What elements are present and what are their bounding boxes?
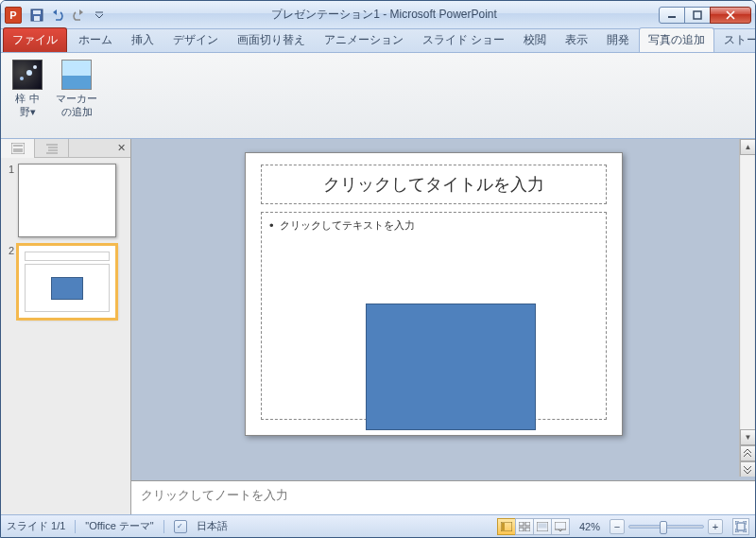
tab-design[interactable]: デザイン xyxy=(163,27,228,52)
close-button[interactable] xyxy=(710,7,751,24)
tab-view[interactable]: 表示 xyxy=(556,27,597,52)
normal-view-button[interactable] xyxy=(497,518,516,535)
gallery-button[interactable]: 梓 中野▾ xyxy=(5,56,50,135)
window-controls xyxy=(660,7,751,24)
gallery-label-1: 梓 中 xyxy=(15,93,39,104)
svg-rect-6 xyxy=(13,145,23,147)
svg-rect-14 xyxy=(519,522,524,526)
prev-slide-button[interactable] xyxy=(740,445,755,461)
marker-label-1: マーカー xyxy=(56,93,97,104)
svg-rect-4 xyxy=(694,11,701,19)
content-placeholder[interactable]: クリックしてテキストを入力 xyxy=(261,212,607,420)
slide-panel: ✕ 1 2 xyxy=(1,139,131,514)
add-marker-button[interactable]: マーカーの追加 xyxy=(54,56,99,135)
next-slide-button[interactable] xyxy=(740,461,755,477)
ribbon-tabs: ファイル ホーム 挿入 デザイン 画面切り替え アニメーション スライド ショー… xyxy=(1,29,755,52)
slide-panel-tabs: ✕ xyxy=(1,139,130,158)
rectangle-shape[interactable] xyxy=(366,304,536,430)
tab-animations[interactable]: アニメーション xyxy=(315,27,413,52)
outline-tab-icon xyxy=(45,143,59,154)
app-icon: P xyxy=(5,7,22,24)
zoom-value[interactable]: 42% xyxy=(579,521,600,532)
view-buttons xyxy=(498,518,570,535)
slide-thumbnail-2[interactable] xyxy=(18,245,116,319)
close-panel-button[interactable]: ✕ xyxy=(112,142,130,154)
tab-add-photo[interactable]: 写真の追加 xyxy=(639,27,714,53)
svg-rect-16 xyxy=(519,528,524,531)
app-window: P プレゼンテーション1 - Microsoft PowerPoint ファイル… xyxy=(0,0,756,538)
slide-canvas[interactable]: クリックしてタイトルを入力 クリックしてテキストを入力 xyxy=(245,152,623,436)
thumb-number: 1 xyxy=(5,164,14,175)
redo-button[interactable] xyxy=(69,6,88,25)
mini-body xyxy=(25,264,110,312)
slide-thumbnails: 1 2 xyxy=(1,158,130,514)
tab-review[interactable]: 校閲 xyxy=(514,27,556,52)
gallery-label-2: 野▾ xyxy=(20,106,36,117)
slides-tab-icon xyxy=(11,143,25,154)
ribbon: 梓 中野▾ マーカーの追加 xyxy=(1,52,755,139)
slides-tab[interactable] xyxy=(1,139,35,158)
language-label[interactable]: 日本語 xyxy=(197,519,228,533)
tab-slideshow[interactable]: スライド ショー xyxy=(413,27,514,52)
svg-rect-3 xyxy=(668,16,676,18)
slide-thumbnail-1[interactable] xyxy=(18,164,116,237)
ribbon-group: 梓 中野▾ マーカーの追加 xyxy=(5,56,99,135)
slideshow-view-button[interactable] xyxy=(551,518,570,535)
maximize-button[interactable] xyxy=(684,7,711,24)
placeholder-bullet: クリックしてテキストを入力 xyxy=(269,218,598,233)
tab-home[interactable]: ホーム xyxy=(69,27,122,52)
theme-name: "Office テーマ" xyxy=(85,519,153,533)
mini-shape xyxy=(51,277,83,300)
minimize-button[interactable] xyxy=(659,7,685,24)
fit-to-window-button[interactable] xyxy=(732,518,749,535)
thumb-number: 2 xyxy=(5,245,14,256)
tab-transitions[interactable]: 画面切り替え xyxy=(228,27,315,52)
reading-view-button[interactable] xyxy=(533,518,552,535)
svg-rect-15 xyxy=(525,522,530,526)
svg-rect-1 xyxy=(33,10,41,14)
outline-tab[interactable] xyxy=(35,139,69,158)
scroll-up-button[interactable]: ▲ xyxy=(740,139,755,155)
svg-rect-17 xyxy=(525,528,530,531)
sorter-view-button[interactable] xyxy=(515,518,534,535)
svg-rect-2 xyxy=(34,16,40,21)
titlebar: P プレゼンテーション1 - Microsoft PowerPoint xyxy=(1,1,755,29)
galaxy-icon xyxy=(12,60,43,90)
tab-storyboarding[interactable]: ストーリーボーディング xyxy=(714,27,756,52)
status-bar: スライド 1/1 "Office テーマ" ✓ 日本語 42% − + xyxy=(1,514,755,537)
scroll-down-button[interactable]: ▼ xyxy=(740,429,755,445)
svg-rect-7 xyxy=(13,148,23,152)
qat-customize[interactable] xyxy=(90,6,109,25)
mini-title xyxy=(25,252,110,261)
svg-rect-13 xyxy=(502,523,505,530)
zoom-thumb[interactable] xyxy=(660,521,667,534)
marker-label-2: の追加 xyxy=(61,106,93,117)
svg-rect-21 xyxy=(737,523,745,530)
tab-developer[interactable]: 開発 xyxy=(597,27,639,52)
slide-edit-area[interactable]: クリックしてタイトルを入力 クリックしてテキストを入力 ▲ ▼ xyxy=(131,139,755,477)
main-area: クリックしてタイトルを入力 クリックしてテキストを入力 ▲ ▼ クリックしてノー… xyxy=(131,139,755,514)
window-title: プレゼンテーション1 - Microsoft PowerPoint xyxy=(109,7,660,23)
thumb-row: 1 xyxy=(5,164,127,237)
tab-insert[interactable]: 挿入 xyxy=(122,27,163,52)
zoom-slider: − + xyxy=(610,519,723,534)
zoom-in-button[interactable]: + xyxy=(708,519,723,534)
notes-pane[interactable]: クリックしてノートを入力 xyxy=(131,480,755,514)
spellcheck-icon[interactable]: ✓ xyxy=(174,520,187,533)
workspace: ✕ 1 2 xyxy=(1,139,755,514)
thumb-row: 2 xyxy=(5,245,127,319)
tab-file[interactable]: ファイル xyxy=(3,27,67,52)
svg-rect-20 xyxy=(555,522,566,529)
zoom-track[interactable] xyxy=(628,525,704,529)
vertical-scrollbar[interactable]: ▲ ▼ xyxy=(739,139,755,477)
quick-access-toolbar xyxy=(27,6,109,25)
zoom-out-button[interactable]: − xyxy=(610,519,625,534)
undo-button[interactable] xyxy=(48,6,67,25)
svg-rect-19 xyxy=(538,523,546,528)
slide-counter: スライド 1/1 xyxy=(7,519,65,533)
title-placeholder[interactable]: クリックしてタイトルを入力 xyxy=(261,165,607,204)
save-button[interactable] xyxy=(27,6,46,25)
scroll-track[interactable] xyxy=(741,155,754,429)
marker-icon xyxy=(61,60,92,90)
